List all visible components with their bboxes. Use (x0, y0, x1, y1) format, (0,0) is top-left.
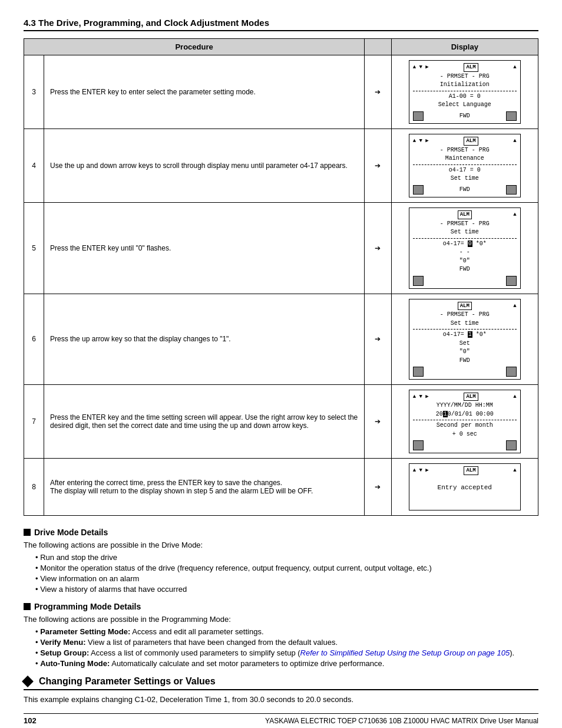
table-row: 3 Press the ENTER key to enter select th… (24, 55, 538, 129)
procedure-table: Procedure Display 3 Press the ENTER key … (24, 38, 538, 516)
procedure-text: Use the up and down arrow keys to scroll… (44, 129, 365, 203)
drive-mode-section: Drive Mode Details The following actions… (24, 528, 538, 594)
display-screen: ▲ ALM ▲ - PRMSET - PRG Set time o4-17= 1… (391, 294, 538, 384)
setup-group-link[interactable]: Refer to Simplified Setup Using the Setu… (300, 648, 510, 657)
page-number: 102 (24, 716, 37, 725)
display-screen: ▲ ALM ▲ - PRMSET - PRG Set time o4-17= 0… (391, 203, 538, 294)
section-title: 4.3 The Drive, Programming, and Clock Ad… (24, 18, 538, 31)
square-bullet-icon (24, 529, 31, 536)
list-item: View information on an alarm (35, 574, 538, 583)
page-footer: 102 YASKAWA ELECTRIC TOEP C710636 10B Z1… (24, 713, 538, 725)
step-number: 8 (24, 458, 44, 515)
list-item: Setup Group: Access a list of commonly u… (35, 648, 538, 657)
procedure-text: Press the ENTER key until "0" flashes. (44, 203, 365, 294)
table-row: 6 Press the up arrow key so that the dis… (24, 294, 538, 384)
procedure-text: Press the up arrow key so that the displ… (44, 294, 365, 384)
table-row: 8 After entering the correct time, press… (24, 458, 538, 515)
header-procedure: Procedure (24, 39, 365, 55)
programming-mode-list: Parameter Setting Mode: Access and edit … (35, 627, 538, 668)
arrow-icon: ➔ (365, 203, 391, 294)
step-number: 6 (24, 294, 44, 384)
step-number: 3 (24, 55, 44, 129)
procedure-text: Press the ENTER key and the time setting… (44, 384, 365, 458)
changing-params-title: Changing Parameter Settings or Values (24, 676, 538, 690)
display-screen: ▲ ▼ ▶ ALM ▲ YYYY/MM/DD HH:MM 2010/01/01 … (391, 384, 538, 458)
table-row: 5 Press the ENTER key until "0" flashes.… (24, 203, 538, 294)
display-screen: ▲ ▼ ▶ ALM ▲ - PRMSET - PRG Initializatio… (391, 55, 538, 129)
arrow-icon: ➔ (365, 129, 391, 203)
arrow-icon: ➔ (365, 55, 391, 129)
step-number: 5 (24, 203, 44, 294)
display-screen: ▲ ▼ ▶ ALM ▲ Entry accepted (391, 458, 538, 515)
list-item: Auto-Tuning Mode: Automatically calculat… (35, 659, 538, 668)
header-arrow (365, 39, 391, 55)
footer-title: YASKAWA ELECTRIC TOEP C710636 10B Z1000U… (265, 717, 538, 725)
procedure-text: Press the ENTER key to enter select the … (44, 55, 365, 129)
drive-mode-list: Run and stop the drive Monitor the opera… (35, 553, 538, 594)
list-item: Run and stop the drive (35, 553, 538, 562)
changing-params-section: Changing Parameter Settings or Values Th… (24, 676, 538, 704)
header-display: Display (391, 39, 538, 55)
page-container: 4.3 The Drive, Programming, and Clock Ad… (24, 18, 538, 725)
arrow-icon: ➔ (365, 384, 391, 458)
table-row: 4 Use the up and down arrow keys to scro… (24, 129, 538, 203)
list-item: View a history of alarms that have occur… (35, 585, 538, 594)
drive-mode-intro: The following actions are possible in th… (24, 541, 538, 549)
changing-params-intro: This example explains changing C1-02, De… (24, 695, 538, 704)
display-screen: ▲ ▼ ▶ ALM ▲ - PRMSET - PRG Maintenance o… (391, 129, 538, 203)
list-item: Verify Menu: View a list of parameters t… (35, 638, 538, 647)
programming-mode-intro: The following actions are possible in th… (24, 615, 538, 624)
programming-mode-section: Programming Mode Details The following a… (24, 602, 538, 668)
drive-mode-title: Drive Mode Details (24, 528, 538, 537)
arrow-icon: ➔ (365, 458, 391, 515)
list-item: Parameter Setting Mode: Access and edit … (35, 627, 538, 636)
arrow-icon: ➔ (365, 294, 391, 384)
step-number: 7 (24, 384, 44, 458)
step-number: 4 (24, 129, 44, 203)
procedure-text: After entering the correct time, press t… (44, 458, 365, 515)
list-item: Monitor the operation status of the driv… (35, 564, 538, 572)
diamond-icon (22, 676, 34, 687)
square-bullet-icon (24, 603, 31, 610)
programming-mode-title: Programming Mode Details (24, 602, 538, 611)
table-row: 7 Press the ENTER key and the time setti… (24, 384, 538, 458)
